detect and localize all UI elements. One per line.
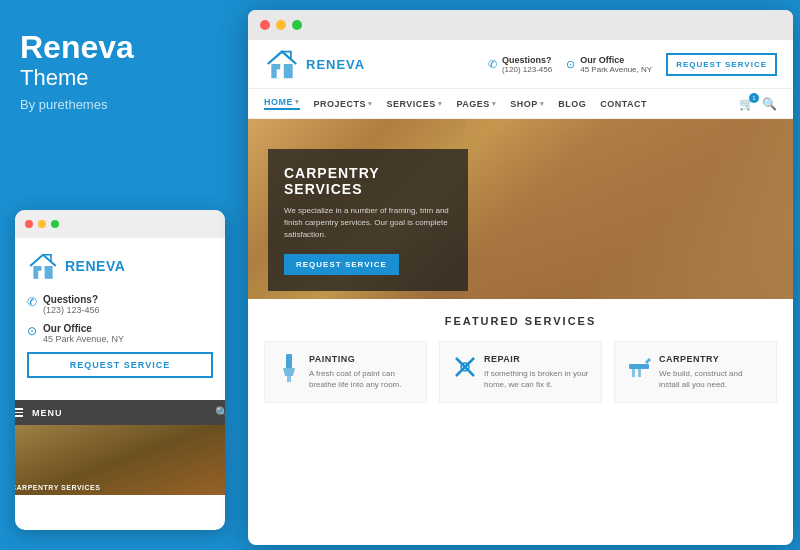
nav-items: HOME ▾ PROJECTS ▾ SERVICES ▾ PAGES ▾ SHO…: [264, 97, 647, 110]
featured-section-title: FEATURED SERVICES: [264, 315, 777, 327]
mobile-top-bar: [15, 210, 225, 238]
cart-badge: 1: [749, 93, 759, 103]
nav-item-services[interactable]: SERVICES ▾: [387, 99, 443, 109]
search-icon[interactable]: 🔍: [762, 97, 777, 111]
hamburger-icon: [15, 408, 23, 417]
mobile-request-button[interactable]: REQUEST SERVICE: [27, 352, 213, 378]
browser-yellow-dot: [276, 20, 286, 30]
carpentry-icon: [627, 354, 651, 385]
nav-item-blog[interactable]: BLOG: [558, 99, 586, 109]
hero-title: CARPENTRY SERVICES: [284, 165, 452, 197]
brand-by: By purethemes: [20, 97, 220, 112]
red-dot: [25, 220, 33, 228]
site-nav: HOME ▾ PROJECTS ▾ SERVICES ▾ PAGES ▾ SHO…: [248, 89, 793, 119]
mobile-hero-overlay: CARPENTRY SERVICES: [15, 484, 100, 491]
nav-item-contact[interactable]: CONTACT: [600, 99, 647, 109]
svg-rect-2: [38, 271, 43, 279]
svg-rect-6: [286, 354, 292, 368]
header-office: ⊙ Our Office 45 Park Avenue, NY: [566, 55, 652, 74]
header-request-button[interactable]: REQUEST SERVICE: [666, 53, 777, 76]
brand-subtitle: Theme: [20, 65, 220, 91]
hero-section: CARPENTRY SERVICES We specialize in a nu…: [248, 119, 793, 299]
painting-info: PAINTING A fresh coat of paint can breat…: [309, 354, 414, 390]
services-caret: ▾: [438, 100, 443, 108]
repair-desc: If something is broken in your home, we …: [484, 368, 589, 390]
home-caret: ▾: [295, 98, 300, 106]
site-brand-text: RENEVA: [306, 57, 365, 72]
mobile-content: RENEVA ✆ Questions? (123) 123-456 ⊙ Our …: [15, 238, 225, 400]
site-logo: RENEVA: [264, 48, 365, 80]
mobile-brand-text: RENEVA: [65, 258, 125, 274]
svg-rect-11: [629, 364, 649, 369]
featured-services-section: FEATURED SERVICES PAINTING A fresh coat …: [248, 299, 793, 419]
hero-cta-button[interactable]: REQUEST SERVICE: [284, 254, 399, 275]
hero-description: We specialize in a number of framing, tr…: [284, 205, 452, 241]
mobile-menu-label: MENU: [32, 408, 63, 418]
svg-rect-5: [277, 69, 282, 78]
mobile-logo: RENEVA: [27, 250, 213, 282]
left-panel: Reneva Theme By purethemes RENEVA ✆: [0, 0, 240, 550]
carpentry-name: CARPENTRY: [659, 354, 764, 364]
nav-item-projects[interactable]: PROJECTS ▾: [314, 99, 373, 109]
mobile-location-icon: ⊙: [27, 324, 37, 338]
painting-desc: A fresh coat of paint can breathe life i…: [309, 368, 414, 390]
services-grid: PAINTING A fresh coat of paint can breat…: [264, 341, 777, 403]
repair-icon: [452, 354, 476, 385]
nav-item-shop[interactable]: SHOP ▾: [510, 99, 544, 109]
repair-info: REPAIR If something is broken in your ho…: [484, 354, 589, 390]
hero-img-right: [466, 119, 793, 299]
service-card-carpentry: CARPENTRY We build, construct and instal…: [614, 341, 777, 403]
nav-item-pages[interactable]: PAGES ▾: [456, 99, 496, 109]
service-card-repair: REPAIR If something is broken in your ho…: [439, 341, 602, 403]
carpentry-info: CARPENTRY We build, construct and instal…: [659, 354, 764, 390]
service-card-painting: PAINTING A fresh coat of paint can breat…: [264, 341, 427, 403]
svg-rect-7: [287, 376, 291, 382]
header-location-icon: ⊙: [566, 58, 575, 71]
browser-green-dot: [292, 20, 302, 30]
mobile-phone-info: ✆ Questions? (123) 123-456: [27, 294, 213, 315]
brand-name: Reneva: [20, 30, 220, 65]
svg-rect-13: [638, 369, 641, 377]
mobile-phone-icon: ✆: [27, 295, 37, 309]
desktop-top-bar: [248, 10, 793, 40]
green-dot: [51, 220, 59, 228]
header-right: ✆ Questions? (120) 123-456 ⊙ Our Office …: [488, 53, 777, 76]
mobile-menu-bar: MENU 🔍: [15, 400, 225, 425]
browser-red-dot: [260, 20, 270, 30]
carpentry-desc: We build, construct and install all you …: [659, 368, 764, 390]
header-phone: ✆ Questions? (120) 123-456: [488, 55, 552, 74]
mobile-mockup: RENEVA ✆ Questions? (123) 123-456 ⊙ Our …: [15, 210, 225, 530]
cart-icon[interactable]: 🛒 1: [739, 97, 754, 111]
projects-caret: ▾: [368, 100, 373, 108]
svg-rect-1: [45, 266, 53, 279]
painting-name: PAINTING: [309, 354, 414, 364]
mobile-logo-icon: [27, 250, 59, 282]
nav-icons: 🛒 1 🔍: [739, 97, 777, 111]
svg-rect-4: [284, 64, 293, 78]
mobile-search-icon[interactable]: 🔍: [215, 406, 225, 419]
mobile-hero: CARPENTRY SERVICES: [15, 425, 225, 495]
nav-item-home[interactable]: HOME ▾: [264, 97, 300, 110]
yellow-dot: [38, 220, 46, 228]
header-phone-icon: ✆: [488, 58, 497, 71]
painting-icon: [277, 354, 301, 387]
pages-caret: ▾: [492, 100, 497, 108]
mobile-office-info: ⊙ Our Office 45 Park Avenue, NY: [27, 323, 213, 344]
svg-rect-12: [632, 369, 635, 377]
desktop-mockup: RENEVA ✆ Questions? (120) 123-456 ⊙ Our …: [248, 10, 793, 545]
repair-name: REPAIR: [484, 354, 589, 364]
hero-content-box: CARPENTRY SERVICES We specialize in a nu…: [268, 149, 468, 291]
shop-caret: ▾: [540, 100, 545, 108]
site-header: RENEVA ✆ Questions? (120) 123-456 ⊙ Our …: [248, 40, 793, 89]
site-logo-icon: [264, 48, 300, 80]
